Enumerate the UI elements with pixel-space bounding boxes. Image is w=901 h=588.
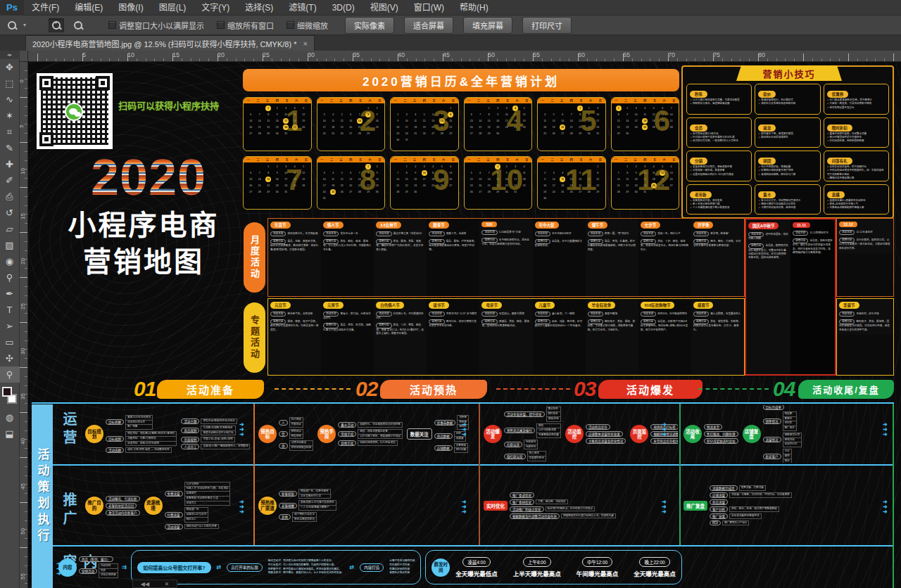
- menu-item-8[interactable]: 视图(V): [363, 0, 406, 15]
- color-swatches[interactable]: [0, 385, 20, 409]
- shape-tool[interactable]: ▭: [0, 334, 20, 350]
- theme-tag: 活动主题: [323, 231, 339, 236]
- zoom-tool-icon[interactable]: [4, 18, 20, 32]
- palette-collapse-handle[interactable]: ◂▸: [0, 51, 20, 59]
- branch-leaves: 运营/设计/推广/客服职责到人，排期跟进: [201, 444, 250, 449]
- screen-mode-icon[interactable]: ⬓: [0, 426, 20, 442]
- type-tool[interactable]: T: [0, 302, 20, 318]
- menu-item-1[interactable]: 编辑(E): [67, 0, 111, 15]
- mindmap-root: 实时优化: [484, 501, 508, 511]
- menu-item-6[interactable]: 滤镜(T): [281, 0, 324, 15]
- theme-tag: 活动主题: [481, 230, 497, 235]
- festival-industry: 适用行业各行业跟进，延续双11后，以12月为年末最后一波大促活动，习惯此节清理库…: [839, 236, 891, 250]
- calendar-month-1: 一二三四五六日123456789101112131415161718192021…: [243, 97, 312, 151]
- menu-item-3[interactable]: 图层(L): [151, 0, 194, 15]
- checkbox-icon[interactable]: [217, 21, 225, 29]
- bullet-icon: ≻: [827, 206, 830, 209]
- day: 6: [558, 111, 567, 117]
- zoom-in-button[interactable]: +: [49, 18, 64, 32]
- leaf: 性别、职业、区域、成交用户等维度数据: [730, 507, 779, 511]
- leaf: 浏览量、访客数、访问时间、平均时长、访问来源等: [730, 493, 791, 497]
- option-button-2[interactable]: 填充屏幕: [463, 17, 512, 34]
- menu-item-4[interactable]: 文字(Y): [194, 0, 237, 15]
- option-button-0[interactable]: 实际像素: [345, 17, 394, 34]
- close-icon[interactable]: ✕: [165, 581, 170, 587]
- day-empty: [476, 105, 485, 111]
- path-selection-tool[interactable]: ➢: [0, 318, 20, 334]
- bullet-icon: ≻: [758, 206, 761, 209]
- tab-close-icon[interactable]: ×: [303, 39, 307, 48]
- eyedropper-tool[interactable]: ✎: [0, 140, 20, 156]
- branch-leaves: 社群促活社群转化: [524, 440, 538, 450]
- ruler-number: 15: [172, 51, 179, 58]
- clone-stamp-tool[interactable]: ⎙: [0, 188, 20, 205]
- rewind-icon[interactable]: ◀◀: [141, 581, 149, 587]
- festival-industry: 适用行业食品、茶饮、礼盒等，粽子礼盒结合出游场景做营销，传统文化可以蹭热度。: [588, 238, 636, 252]
- day-empty: [541, 164, 550, 170]
- quick-mask-icon[interactable]: ◍: [0, 409, 20, 426]
- day: 5: [338, 111, 347, 117]
- move-tool[interactable]: ✥: [0, 59, 20, 75]
- weekday-header: 一二三四五六日: [391, 98, 458, 103]
- option-checkbox-2[interactable]: 细微缩放: [286, 20, 328, 31]
- time-pill: 晚上22:00: [639, 557, 669, 567]
- marquee-tool[interactable]: ⬚: [0, 75, 20, 91]
- menu-item-0[interactable]: 文件(F): [24, 0, 67, 15]
- day: 14: [615, 177, 624, 183]
- checkbox-icon[interactable]: [108, 21, 116, 29]
- lasso-tool[interactable]: ∿: [0, 91, 20, 108]
- festival-theme: 活动主题圣诞狂欢，好礼不停: [839, 310, 891, 317]
- foreground-color-swatch[interactable]: [2, 387, 12, 397]
- mindmap-cluster: 推广目的活动曝光、引流拉新老客转化促活召回激活活动内页新客户: [85, 496, 140, 516]
- healing-brush-tool[interactable]: ✚: [0, 156, 20, 172]
- leaf: 预售预热: [290, 434, 303, 439]
- day: 4: [329, 170, 338, 177]
- taskbar-peek[interactable]: ◀◀ ✕: [132, 580, 177, 588]
- ruler-number: 65: [623, 51, 630, 58]
- option-checkbox-label: 调整窗口大小以满屏显示: [119, 20, 204, 31]
- calendar-grid: 一二三四五六日123456789101112131415161718192021…: [243, 97, 679, 210]
- leaf: 限时秒杀: [547, 411, 560, 416]
- magic-wand-tool[interactable]: ✶: [0, 108, 20, 124]
- grid-line: [32, 402, 894, 404]
- history-brush-tool[interactable]: ↺: [0, 205, 20, 221]
- document-tab[interactable]: 2020小程序电商营销地图.jpg @ 12.5% (扫码可以获得小程序扶持, …: [25, 35, 315, 51]
- option-button-1[interactable]: 适合屏幕: [404, 17, 453, 34]
- menu-item-9[interactable]: 窗口(W): [406, 0, 452, 15]
- document-canvas[interactable]: 扫码可以获得小程序扶持 2020 小程序电商 营销地图 2020营销日历&全年营…: [28, 62, 901, 588]
- option-checkbox-0[interactable]: 调整窗口大小以满屏显示: [108, 20, 204, 31]
- theme-tag: 活动主题: [588, 312, 603, 317]
- day: 30: [541, 196, 550, 202]
- menu-item-2[interactable]: 图像(I): [111, 0, 151, 15]
- content-tips: 让客户有参与感的内容有价值的干货内容有趣又好玩的内容紧跟社会热点内容: [389, 559, 415, 575]
- send-time: 上午8:00上半天曝光最高点: [513, 557, 561, 577]
- festival-theme: 活动主题感人过回馈，宠爱最深的人: [693, 310, 742, 317]
- mindmap-branch: 店铺整体流量转化效果: [586, 431, 626, 437]
- branch-leaves: 销售额客单价毛利率推广成本: [783, 411, 797, 431]
- checkbox-icon[interactable]: [286, 21, 294, 29]
- option-checkbox-1[interactable]: 缩放所有窗口: [217, 20, 274, 31]
- festival-industry: 适用行业食品、服饰、户外装备等，结合春游场景推出出行套装，囤足户外好物。: [429, 238, 477, 252]
- zoom-out-button[interactable]: −: [70, 18, 86, 32]
- pen-tool[interactable]: ✒: [0, 286, 20, 302]
- blur-tool[interactable]: ◉: [0, 253, 20, 269]
- option-button-3[interactable]: 打印尺寸: [522, 17, 572, 34]
- menu-item-7[interactable]: 3D(D): [325, 0, 363, 15]
- branch-label: 活动选题: [106, 447, 124, 453]
- option-checkbox-label: 缩放所有窗口: [227, 20, 274, 31]
- crop-tool[interactable]: ⌗: [0, 124, 20, 140]
- eraser-tool[interactable]: ▱: [0, 221, 20, 237]
- hand-tool[interactable]: ✣: [0, 350, 20, 366]
- branch-label: 客户分析: [710, 506, 728, 512]
- brush-tool[interactable]: ✐: [0, 172, 20, 188]
- time-pill: 中午12:00: [582, 557, 612, 567]
- menu-item-10[interactable]: 帮助(H): [452, 0, 496, 15]
- bullet-icon: ≻: [690, 199, 693, 202]
- gradient-tool[interactable]: ▨: [0, 237, 20, 253]
- theme-tag: 活动主题: [535, 231, 550, 236]
- menu-item-5[interactable]: 选择(S): [237, 0, 281, 15]
- chevron-down-icon[interactable]: ▾: [23, 22, 26, 28]
- zoom-tool[interactable]: ⚲: [0, 366, 20, 383]
- day: 8: [485, 111, 494, 117]
- dodge-tool[interactable]: ⚲: [0, 269, 20, 286]
